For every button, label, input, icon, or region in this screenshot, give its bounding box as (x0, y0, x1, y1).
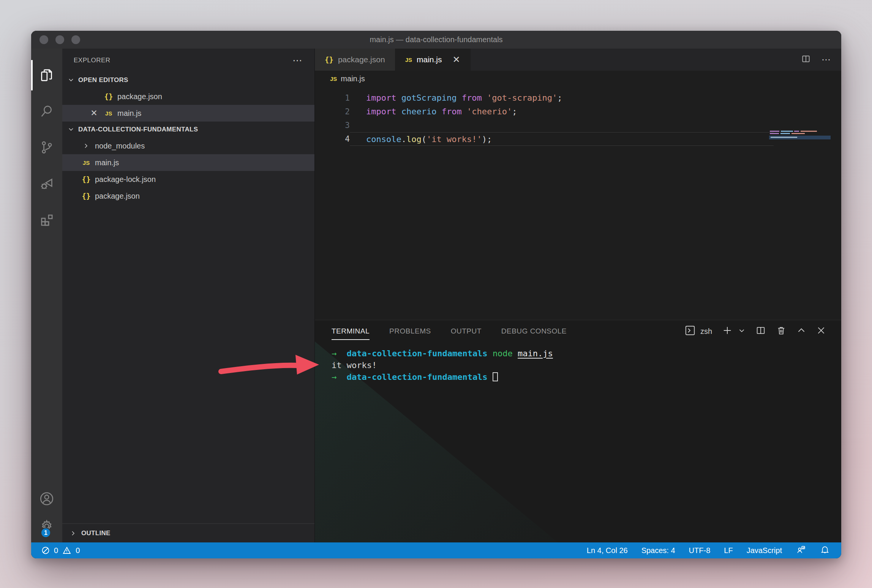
editor-group: {}package.jsonJSmain.js✕ ⋯ JS main.js 1i… (315, 49, 841, 542)
shell-label[interactable]: zsh (700, 327, 712, 336)
js-icon: JS (83, 160, 90, 166)
panel-tab-output[interactable]: OUTPUT (451, 320, 482, 342)
new-terminal-icon[interactable] (722, 325, 733, 337)
chevron-right-icon (83, 142, 90, 149)
file-label: package-lock.json (95, 175, 156, 184)
warnings-count: 0 (76, 546, 80, 555)
line-number: 1 (315, 91, 350, 105)
titlebar: main.js — data-collection-fundamentals (31, 31, 841, 49)
line-number: 4 (315, 132, 350, 146)
line-number: 3 (315, 119, 350, 132)
terminal-dropdown-icon[interactable] (738, 327, 746, 336)
panel-tab-debug-console[interactable]: DEBUG CONSOLE (501, 320, 567, 342)
problems-status[interactable]: 0 0 (41, 546, 80, 555)
notifications-bell-icon[interactable] (820, 545, 830, 556)
desktop: main.js — data-collection-fundamentals (0, 0, 872, 588)
extensions-icon[interactable] (31, 201, 62, 237)
split-terminal-icon[interactable] (755, 325, 766, 337)
code-line-4[interactable]: 4console.log('it works!'); (315, 132, 841, 146)
json-icon: {} (325, 55, 333, 64)
file-label: package.json (117, 92, 162, 101)
split-editor-icon[interactable] (801, 54, 811, 65)
terminal-shell-icon (684, 325, 696, 338)
panel-tab-problems[interactable]: PROBLEMS (389, 320, 431, 342)
accounts-icon[interactable] (39, 491, 55, 508)
status-item[interactable]: Ln 4, Col 26 (587, 546, 628, 555)
open-editor-item-main.js[interactable]: ✕JSmain.js (62, 105, 314, 122)
js-icon: JS (405, 57, 412, 63)
code-line-2[interactable]: 2import cheerio from 'cheerio'; (315, 105, 841, 119)
terminal-panel: TERMINALPROBLEMSOUTPUTDEBUG CONSOLE zsh (315, 320, 841, 542)
open-editor-item-package.json[interactable]: {}package.json (62, 88, 314, 105)
zoom-window-button[interactable] (71, 35, 80, 44)
file-label: main.js (95, 158, 119, 167)
open-editors-header[interactable]: OPEN EDITORS (62, 72, 314, 88)
terminal-output[interactable]: → data-collection-fundamentals node main… (315, 342, 841, 383)
tab-label: package.json (338, 55, 385, 64)
kill-terminal-icon[interactable] (776, 325, 787, 337)
explorer-sidebar: EXPLORER ⋯ OPEN EDITORS {}package.json✕J… (62, 49, 315, 542)
tab-package.json[interactable]: {}package.json (315, 49, 395, 71)
errors-icon (41, 546, 50, 555)
terminal-cursor (493, 372, 498, 381)
terminal-line: it works! (332, 359, 841, 371)
breadcrumb-file: main.js (341, 74, 365, 83)
code-editor[interactable]: 1import gotScraping from 'got-scraping';… (315, 87, 841, 320)
code-line-3[interactable]: 3 (315, 119, 841, 132)
json-icon: {} (82, 175, 91, 183)
search-icon[interactable] (31, 93, 62, 129)
code-line-1[interactable]: 1import gotScraping from 'got-scraping'; (315, 91, 841, 105)
status-item[interactable]: LF (724, 546, 733, 555)
js-icon: JS (105, 110, 112, 117)
run-debug-icon[interactable] (31, 165, 62, 201)
workspace-folder-header[interactable]: DATA-COLLECTION-FUNDAMENTALS (62, 122, 314, 138)
tree-item-main.js[interactable]: JSmain.js (62, 154, 314, 171)
close-panel-icon[interactable] (816, 326, 826, 337)
terminal-line: → data-collection-fundamentals node main… (332, 348, 841, 359)
sidebar-title: EXPLORER (74, 57, 111, 64)
minimize-window-button[interactable] (55, 35, 64, 44)
feedback-icon[interactable] (796, 545, 806, 556)
tab-bar: {}package.jsonJSmain.js✕ ⋯ (315, 49, 841, 71)
close-window-button[interactable] (39, 35, 48, 44)
json-icon: {} (82, 192, 91, 200)
status-item[interactable]: JavaScript (747, 546, 782, 555)
status-item[interactable]: UTF-8 (689, 546, 711, 555)
traffic-lights (39, 35, 80, 44)
tab-label: main.js (417, 55, 442, 64)
close-tab-icon[interactable]: ✕ (453, 54, 460, 65)
file-label: node_modules (95, 142, 145, 150)
source-control-icon[interactable] (31, 129, 62, 165)
minimap[interactable] (769, 129, 831, 142)
json-icon: {} (104, 92, 113, 101)
tab-main.js[interactable]: JSmain.js✕ (395, 49, 471, 71)
explorer-icon[interactable] (31, 57, 62, 93)
status-item[interactable]: Spaces: 4 (641, 546, 675, 555)
maximize-panel-icon[interactable] (796, 326, 806, 337)
activity-bar: 1 (31, 49, 62, 542)
vscode-window: main.js — data-collection-fundamentals (31, 31, 841, 558)
tree-item-package-lock.json[interactable]: {}package-lock.json (62, 171, 314, 188)
errors-count: 0 (54, 546, 58, 555)
status-bar: 0 0 Ln 4, Col 26Spaces: 4UTF-8LFJavaScri… (31, 542, 841, 558)
breadcrumb[interactable]: JS main.js (315, 71, 841, 87)
settings-gear-icon[interactable]: 1 (39, 518, 55, 536)
file-label: package.json (95, 192, 140, 201)
tree-item-node_modules[interactable]: node_modules (62, 138, 314, 154)
panel-tab-terminal[interactable]: TERMINAL (332, 320, 370, 342)
warnings-icon (62, 546, 72, 555)
window-title: main.js — data-collection-fundamentals (370, 35, 502, 44)
views-actions-icon[interactable]: ⋯ (292, 58, 303, 62)
line-number: 2 (315, 105, 350, 119)
close-icon[interactable]: ✕ (90, 108, 97, 118)
tree-item-package.json[interactable]: {}package.json (62, 188, 314, 204)
settings-badge: 1 (41, 528, 51, 538)
file-label: main.js (117, 109, 141, 118)
outline-section-header[interactable]: OUTLINE (62, 523, 314, 542)
terminal-line: → data-collection-fundamentals (332, 371, 841, 383)
js-icon: JS (330, 76, 337, 82)
editor-actions-icon[interactable]: ⋯ (821, 58, 831, 62)
